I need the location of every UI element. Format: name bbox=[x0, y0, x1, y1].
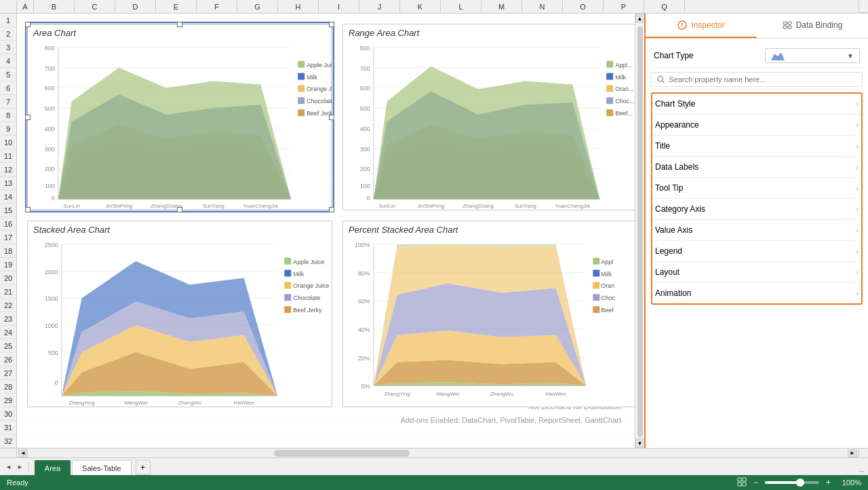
col-header-e[interactable]: E bbox=[156, 0, 197, 13]
tab-data-binding[interactable]: Data Binding bbox=[757, 14, 868, 38]
svg-rect-63 bbox=[298, 73, 304, 80]
col-header-a[interactable]: A bbox=[17, 0, 34, 13]
search-input[interactable] bbox=[669, 75, 856, 83]
prop-row-tool-tip[interactable]: Tool Tip › bbox=[652, 178, 861, 198]
prop-category-axis[interactable]: Category Axis › bbox=[652, 199, 861, 220]
col-header-q[interactable]: Q bbox=[644, 0, 685, 13]
horizontal-scroll-bar-row: ◄ ► bbox=[0, 448, 868, 457]
prop-row-appearance[interactable]: Appearance › bbox=[652, 115, 861, 135]
col-header-h[interactable]: H bbox=[278, 0, 319, 13]
svg-text:0%: 0% bbox=[361, 383, 370, 390]
svg-marker-186 bbox=[771, 52, 785, 60]
row-num-22: 22 bbox=[0, 299, 16, 312]
svg-text:Appl: Appl bbox=[601, 259, 613, 265]
resize-handle-ml[interactable] bbox=[25, 115, 31, 120]
svg-rect-183 bbox=[788, 26, 791, 29]
area-chart-wrapper[interactable]: Area Chart 800 bbox=[27, 24, 332, 210]
scroll-left-arrow[interactable]: ◄ bbox=[18, 449, 28, 457]
col-header-j[interactable]: J bbox=[359, 0, 400, 13]
col-header-b[interactable]: B bbox=[34, 0, 75, 13]
prop-chevron-chart-style: › bbox=[856, 100, 859, 108]
stacked-area-chart-wrapper[interactable]: Stacked Area Chart 2500 2000 bbox=[27, 221, 332, 407]
tab-inspector[interactable]: Inspector bbox=[646, 14, 757, 38]
prop-appearance[interactable]: Appearance › bbox=[652, 115, 861, 136]
svg-rect-104 bbox=[606, 85, 613, 92]
percent-stacked-area-chart-wrapper[interactable]: Percent Stacked Area Chart 100% 80% bbox=[342, 221, 635, 407]
zoom-in-button[interactable]: + bbox=[826, 478, 831, 487]
tab-nav-left[interactable]: ◄ bbox=[3, 464, 14, 470]
svg-text:Milk: Milk bbox=[601, 271, 612, 278]
tab-sales-table-sheet[interactable]: Sales-Table bbox=[72, 460, 131, 475]
normal-view-icon bbox=[737, 477, 747, 487]
prop-row-title[interactable]: Title › bbox=[652, 136, 861, 156]
col-header-k[interactable]: K bbox=[400, 0, 441, 13]
chart-type-dropdown-arrow[interactable]: ▼ bbox=[847, 52, 854, 60]
svg-text:0: 0 bbox=[55, 379, 58, 386]
prop-row-legend[interactable]: Legend › bbox=[652, 241, 861, 261]
svg-text:600: 600 bbox=[360, 85, 370, 92]
tab-area: Area Sales-Table + bbox=[35, 460, 859, 475]
resize-handle-bl[interactable] bbox=[25, 207, 31, 212]
prop-title[interactable]: Title › bbox=[652, 136, 861, 157]
resize-handle-mr[interactable] bbox=[329, 115, 334, 120]
col-header-m[interactable]: M bbox=[481, 0, 522, 13]
col-header-n[interactable]: N bbox=[522, 0, 563, 13]
tab-nav-right[interactable]: ► bbox=[15, 464, 25, 470]
svg-rect-61 bbox=[298, 61, 304, 68]
prop-animation[interactable]: Animation › bbox=[652, 283, 861, 303]
col-header-c[interactable]: C bbox=[75, 0, 115, 13]
prop-chevron-title: › bbox=[856, 143, 859, 150]
add-sheet-button[interactable]: + bbox=[136, 460, 151, 475]
row-num-31: 31 bbox=[0, 421, 16, 434]
col-header-l[interactable]: L bbox=[441, 0, 481, 13]
prop-data-labels[interactable]: Data Labels › bbox=[652, 157, 861, 178]
chart-type-select[interactable]: ▼ bbox=[765, 48, 860, 63]
prop-row-value-axis[interactable]: Value Axis › bbox=[652, 220, 861, 240]
prop-row-category-axis[interactable]: Category Axis › bbox=[652, 199, 861, 219]
zoom-slider-track[interactable] bbox=[765, 481, 819, 484]
prop-value-axis[interactable]: Value Axis › bbox=[652, 220, 861, 241]
resize-handle-bc[interactable] bbox=[177, 207, 182, 212]
col-header-g[interactable]: G bbox=[237, 0, 278, 13]
svg-text:Beef...: Beef... bbox=[615, 110, 633, 117]
row-num-1: 1 bbox=[0, 14, 16, 27]
zoom-out-button[interactable]: − bbox=[753, 478, 758, 487]
resize-handle-tl[interactable] bbox=[25, 22, 31, 27]
svg-text:Appl...: Appl... bbox=[615, 62, 632, 69]
scroll-down-arrow[interactable]: ▼ bbox=[635, 438, 645, 448]
prop-row-chart-style[interactable]: Chart Style › bbox=[652, 94, 861, 114]
svg-text:400: 400 bbox=[360, 126, 370, 132]
scroll-up-arrow[interactable]: ▲ bbox=[635, 14, 645, 23]
tab-options-dots[interactable]: ··· bbox=[859, 468, 865, 475]
view-normal[interactable] bbox=[737, 477, 747, 488]
prop-legend[interactable]: Legend › bbox=[652, 241, 861, 262]
svg-text:500: 500 bbox=[45, 105, 55, 112]
range-area-chart-wrapper[interactable]: Range Area Chart 800 bbox=[342, 24, 635, 210]
prop-layout[interactable]: Layout › bbox=[652, 262, 861, 283]
stacked-area-chart-title: Stacked Area Chart bbox=[28, 221, 332, 238]
prop-chart-style[interactable]: Chart Style › bbox=[652, 94, 861, 115]
resize-handle-br[interactable] bbox=[329, 207, 334, 212]
prop-row-animation[interactable]: Animation › bbox=[652, 283, 861, 303]
row-num-26: 26 bbox=[0, 353, 16, 366]
row-num-4: 4 bbox=[0, 54, 16, 68]
scroll-right-arrow[interactable]: ► bbox=[848, 449, 857, 457]
row-num-13: 13 bbox=[0, 176, 16, 190]
prop-tool-tip[interactable]: Tool Tip › bbox=[652, 178, 861, 199]
col-header-d[interactable]: D bbox=[115, 0, 156, 13]
tab-area-sheet[interactable]: Area bbox=[35, 460, 71, 475]
col-header-i[interactable]: I bbox=[319, 0, 359, 13]
resize-handle-tr[interactable] bbox=[329, 22, 334, 27]
horizontal-scrollbar[interactable]: ◄ ► bbox=[17, 449, 859, 457]
prop-row-data-labels[interactable]: Data Labels › bbox=[652, 157, 861, 177]
col-header-f[interactable]: F bbox=[197, 0, 237, 13]
col-header-o[interactable]: O bbox=[563, 0, 604, 13]
prop-row-layout[interactable]: Layout › bbox=[652, 262, 861, 282]
svg-text:JinShiPeng: JinShiPeng bbox=[105, 203, 132, 209]
svg-text:700: 700 bbox=[360, 65, 370, 72]
col-header-p[interactable]: P bbox=[604, 0, 644, 13]
svg-text:Chocolate: Chocolate bbox=[307, 98, 332, 105]
vertical-scrollbar[interactable]: ▲ ▼ bbox=[635, 14, 644, 448]
row-num-3: 3 bbox=[0, 41, 16, 54]
resize-handle-tc[interactable] bbox=[177, 22, 182, 27]
